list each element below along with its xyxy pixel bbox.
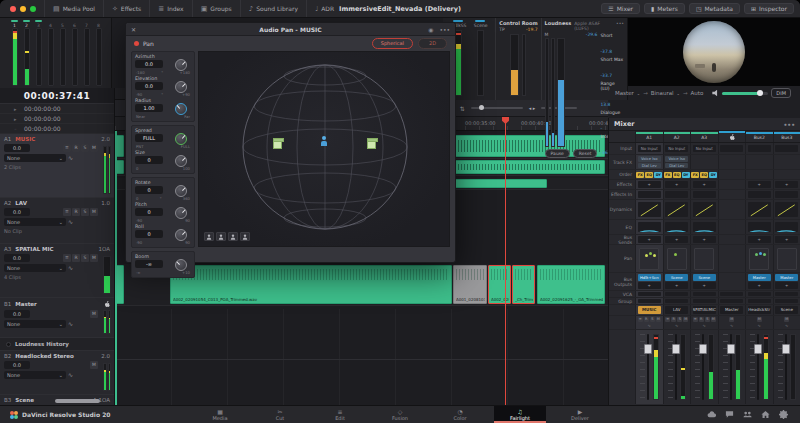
input-selector[interactable]: No Input xyxy=(693,145,716,152)
vca-slot[interactable] xyxy=(748,292,771,296)
automation-curve-icon[interactable]: ∿ xyxy=(68,264,73,272)
chat-icon[interactable] xyxy=(725,410,734,419)
monitor-volume-slider[interactable] xyxy=(722,92,768,95)
eq-graph[interactable] xyxy=(638,222,661,232)
bus-send-button[interactable]: + xyxy=(638,236,661,243)
bus-send-button[interactable]: + xyxy=(693,236,716,243)
vca-slot[interactable] xyxy=(638,292,661,296)
audio-clip[interactable]: A002_02091625_-_OA_Trimmed.wav xyxy=(537,265,605,304)
plugin-dropdown[interactable]: None⌄ xyxy=(4,371,66,379)
zoom-arrows-icon[interactable]: ◂ ▸ xyxy=(529,105,536,111)
order-chip-eq[interactable]: EQ xyxy=(673,172,681,178)
trackfx-chip[interactable]: Voice Iso xyxy=(665,156,688,162)
listener-front-button[interactable] xyxy=(204,232,214,241)
input-selector[interactable]: No Input xyxy=(638,145,661,152)
pan-enable-toggle[interactable] xyxy=(134,41,139,46)
loudness-mode[interactable]: Apple ASAF (LUFS) xyxy=(574,21,613,31)
add-effect-button[interactable]: + xyxy=(665,181,688,188)
pan-3d-viewport[interactable] xyxy=(198,51,450,247)
audio-clip-selected[interactable]: A002_02091448_ xyxy=(488,265,511,304)
vca-slot[interactable] xyxy=(665,292,688,296)
timecode-field[interactable]: ◦00:00:00:00 xyxy=(0,124,114,134)
speaker-icon[interactable] xyxy=(712,90,719,97)
listener-avatar[interactable] xyxy=(321,136,327,146)
knob-value-field[interactable]: 0 xyxy=(135,156,163,164)
order-chip-fx[interactable]: FX xyxy=(636,172,644,178)
horizontal-scrollbar[interactable] xyxy=(55,399,100,403)
add-bus-output-button[interactable]: + xyxy=(775,282,798,289)
eq-graph[interactable] xyxy=(693,222,716,232)
vca-slot[interactable] xyxy=(693,292,716,296)
audio-clip-edge[interactable] xyxy=(116,160,124,174)
strip-button-s[interactable]: S xyxy=(705,317,710,322)
fader-handle[interactable] xyxy=(644,344,652,354)
add-bus-output-button[interactable]: + xyxy=(693,282,716,289)
knob-value-field[interactable]: 0.0 xyxy=(135,60,163,68)
input-selector[interactable] xyxy=(748,145,771,152)
toolbar-button-index[interactable]: ≣Index xyxy=(149,0,191,17)
bus-output-chip[interactable]: Master xyxy=(748,274,771,281)
toolbar-button-adr[interactable]: ♩ADR xyxy=(306,0,342,17)
track-gain-value[interactable]: 0.0 xyxy=(4,361,30,369)
strip-name-spatialmic[interactable]: SPATIALMIC xyxy=(693,306,716,314)
input-selector[interactable]: No Input xyxy=(665,145,688,152)
automation-curve-icon[interactable]: ∿ xyxy=(68,371,73,379)
fullscreen-window-button[interactable] xyxy=(30,6,36,12)
order-chip-eq[interactable]: EQ xyxy=(645,172,653,178)
track-button-m[interactable]: M xyxy=(90,361,98,369)
listener-rear-button[interactable] xyxy=(216,232,226,241)
strip-name-headlckstr[interactable]: HeadlckStr xyxy=(748,306,771,314)
track-header-b2[interactable]: B2Headlocked Stereo2.00.0MNone⌄∿ xyxy=(0,351,114,395)
knob-value-field[interactable]: 0 xyxy=(135,186,163,194)
group-slot[interactable] xyxy=(638,299,661,303)
strip-button-m[interactable]: M xyxy=(711,317,716,322)
strip-button-≡[interactable]: ≡ xyxy=(693,317,698,322)
strip-name-master[interactable]: Master xyxy=(720,306,743,314)
track-button-≡[interactable]: ≡ xyxy=(63,208,71,216)
add-effect-button[interactable]: + xyxy=(693,181,716,188)
playhead-marker[interactable] xyxy=(502,117,509,124)
automation-curve-icon[interactable]: ∿ xyxy=(703,323,706,328)
automation-curve-icon[interactable]: ∿ xyxy=(68,218,73,226)
knob-value-field[interactable]: 1.00 xyxy=(135,104,163,112)
strip-name-lav[interactable]: LAV xyxy=(665,306,688,314)
mixer-menu-icon[interactable]: ••• xyxy=(783,121,795,128)
dynamics-graph[interactable] xyxy=(638,202,661,217)
monitor-source[interactable]: Master xyxy=(615,90,634,96)
tab-media[interactable]: ▦Media xyxy=(194,406,246,423)
pan-grid[interactable] xyxy=(639,248,659,270)
bus-output-chip[interactable]: Hdlk+Scn xyxy=(638,274,661,281)
tab-cut[interactable]: ✂Cut xyxy=(254,406,306,423)
listener-solo-button[interactable] xyxy=(240,232,250,241)
plugin-dropdown[interactable]: None⌄ xyxy=(4,320,66,328)
playhead-line[interactable] xyxy=(505,117,506,405)
snapshot-icon[interactable]: ◉ xyxy=(428,26,433,33)
loudness-history-toggle[interactable] xyxy=(6,342,11,347)
track-button-m[interactable]: M xyxy=(90,144,98,152)
loudness-history-row[interactable]: Loudness History xyxy=(0,338,114,351)
minimize-window-button[interactable] xyxy=(20,6,26,12)
eq-graph[interactable] xyxy=(748,222,771,232)
mixer-strip-header-a1[interactable]: A1 xyxy=(635,131,663,142)
knob-value-field[interactable]: 0.0 xyxy=(135,82,163,90)
pan-mode-spherical[interactable]: Spherical xyxy=(372,38,413,49)
effects-in-toggle[interactable] xyxy=(748,191,771,198)
input-selector[interactable] xyxy=(775,145,798,152)
order-chip-fx[interactable]: FX xyxy=(691,172,699,178)
track-button-s[interactable]: S xyxy=(81,144,89,152)
audio-clip[interactable] xyxy=(455,160,605,174)
audio-clip-edge[interactable] xyxy=(116,135,124,157)
toolbar-button-effects[interactable]: ✧Effects xyxy=(103,0,149,17)
left-speaker-object[interactable] xyxy=(273,140,282,149)
tab-deliver[interactable]: ▶Deliver xyxy=(554,406,606,423)
loudness-reset-button[interactable]: Reset xyxy=(573,149,598,158)
dialog-close-icon[interactable]: ✕ xyxy=(131,26,141,33)
knob-value-field[interactable]: FULL xyxy=(135,134,163,142)
strip-button-≡[interactable]: ≡ xyxy=(665,317,670,322)
track-gain-value[interactable]: 0.0 xyxy=(4,144,30,152)
track-button-m[interactable]: M xyxy=(90,208,98,216)
pan-grid[interactable] xyxy=(694,248,714,270)
toolbar-button-groups[interactable]: ▣Groups xyxy=(192,0,240,17)
collab-icon[interactable] xyxy=(743,410,752,419)
automation-curve-icon[interactable]: ∿ xyxy=(68,320,73,328)
